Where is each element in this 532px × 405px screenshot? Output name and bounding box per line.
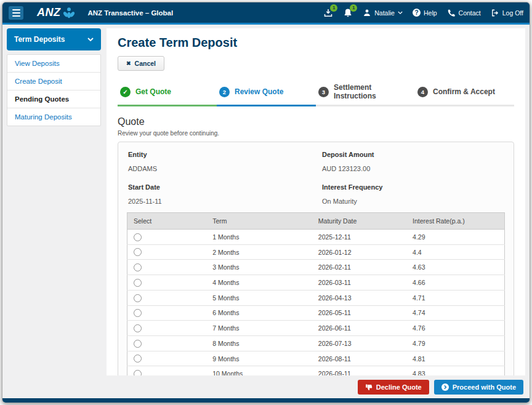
term-radio[interactable] <box>134 248 142 256</box>
term-cell: 1 Months <box>206 230 312 245</box>
help-icon: ? <box>413 9 421 17</box>
maturity-date-cell: 2026-06-11 <box>312 321 406 336</box>
sidebar-header-term-deposits[interactable]: Term Deposits <box>7 28 101 50</box>
term-radio[interactable] <box>134 370 142 375</box>
term-radio[interactable] <box>134 355 142 363</box>
term-radio[interactable] <box>134 340 142 348</box>
detail-interest-frequency: Interest FrequencyOn Maturity <box>322 183 504 205</box>
term-cell: 6 Months <box>206 305 312 321</box>
table-row: 9 Months2026-08-114.81 <box>127 351 505 366</box>
step-confirm-accept: 4Confirm & Accept <box>415 83 514 106</box>
select-cell <box>127 290 207 305</box>
main-column: Create Term Deposit ✖ Cancel ✓Get Quote2… <box>107 28 525 398</box>
chevron-down-icon <box>398 11 403 15</box>
step-get-quote[interactable]: ✓Get Quote <box>118 83 217 106</box>
contact-label: Contact <box>459 9 481 17</box>
maturity-date-cell: 2026-04-13 <box>312 290 406 305</box>
table-row: 2 Months2026-01-124.4 <box>127 244 505 260</box>
sidebar-item-create-deposit[interactable]: Create Deposit <box>7 73 100 90</box>
select-cell <box>127 230 207 245</box>
sidebar-item-maturing-deposits[interactable]: Maturing Deposits <box>7 108 100 126</box>
table-row: 3 Months2026-02-114.63 <box>127 260 505 275</box>
user-icon <box>363 9 371 17</box>
term-radio[interactable] <box>134 279 142 287</box>
table-row: 4 Months2026-03-114.66 <box>127 275 505 291</box>
user-name: Natalie <box>374 9 395 17</box>
detail-label: Interest Frequency <box>322 183 504 191</box>
detail-start-date: Start Date2025-11-11 <box>128 183 310 205</box>
quote-table: SelectTermMaturity DateInterest Rate(p.a… <box>127 212 505 375</box>
cancel-button[interactable]: ✖ Cancel <box>118 56 164 71</box>
step-label: Confirm & Accept <box>433 87 495 96</box>
arrow-circle-icon <box>441 383 449 391</box>
quote-heading: Quote <box>118 116 514 127</box>
maturity-date-cell: 2026-07-13 <box>312 336 406 351</box>
screenshot-stage: ANZ ANZ Transactive – Global 1 <box>0 0 532 405</box>
footer-actions: Decline Quote Proceed with Quote <box>107 378 525 396</box>
term-cell: 7 Months <box>206 321 312 336</box>
term-radio[interactable] <box>134 263 142 271</box>
maturity-date-cell: 2026-01-12 <box>312 244 406 260</box>
anz-logo-text: ANZ <box>37 6 61 19</box>
step-label: Review Quote <box>235 87 283 96</box>
term-radio[interactable] <box>134 309 142 317</box>
notifications-button[interactable]: 1 <box>343 8 353 18</box>
column-header-select: Select <box>127 213 207 230</box>
table-row: 8 Months2026-07-134.79 <box>127 336 505 351</box>
table-row: 6 Months2026-05-114.74 <box>127 305 505 321</box>
sidebar: Term Deposits View DepositsCreate Deposi… <box>7 28 101 398</box>
page-title: Create Term Deposit <box>118 36 514 50</box>
detail-deposit-amount: Deposit AmountAUD 123123.00 <box>322 151 504 172</box>
help-button[interactable]: ? Help <box>413 9 437 17</box>
column-header-interest-rate-p-a: Interest Rate(p.a.) <box>406 213 504 230</box>
column-header-maturity-date: Maturity Date <box>312 213 406 230</box>
table-row: 7 Months2026-06-114.76 <box>127 321 505 336</box>
user-menu[interactable]: Natalie <box>363 9 403 17</box>
menu-toggle-button[interactable] <box>9 6 23 20</box>
select-cell <box>127 336 207 351</box>
interest-rate-cell: 4.79 <box>406 336 504 351</box>
sidebar-menu: View DepositsCreate DepositPending Quote… <box>7 54 101 126</box>
quote-subheading: Review your quote before continuing. <box>118 130 514 137</box>
term-cell: 2 Months <box>206 244 312 260</box>
column-header-term: Term <box>206 213 312 230</box>
select-cell <box>127 275 207 291</box>
hamburger-icon <box>12 9 20 10</box>
decline-quote-button[interactable]: Decline Quote <box>358 380 429 395</box>
proceed-quote-button[interactable]: Proceed with Quote <box>434 380 523 395</box>
quote-details: EntityADDAMSDeposit AmountAUD 123123.00S… <box>128 151 504 205</box>
quote-panel: EntityADDAMSDeposit AmountAUD 123123.00S… <box>118 142 514 375</box>
table-row: 5 Months2026-04-134.71 <box>127 290 505 305</box>
step-review-quote[interactable]: 2Review Quote <box>217 83 316 106</box>
maturity-date-cell: 2025-12-11 <box>312 230 406 245</box>
step-number: 4 <box>417 87 428 97</box>
sidebar-item-pending-quotes[interactable]: Pending Quotes <box>7 90 100 108</box>
downloads-badge: 1 <box>330 4 337 12</box>
detail-value: 2025-11-11 <box>128 198 310 205</box>
logoff-icon <box>491 9 499 17</box>
interest-rate-cell: 4.63 <box>406 260 504 275</box>
phone-icon <box>447 9 456 17</box>
sidebar-item-view-deposits[interactable]: View Deposits <box>7 55 100 73</box>
select-cell <box>127 260 207 275</box>
term-radio[interactable] <box>134 233 142 241</box>
interest-rate-cell: 4.76 <box>406 321 504 336</box>
detail-label: Entity <box>128 151 310 158</box>
step-check-icon: ✓ <box>120 87 131 97</box>
footer-bar <box>2 398 530 403</box>
maturity-date-cell: 2026-08-11 <box>312 351 406 366</box>
interest-rate-cell: 4.74 <box>406 305 504 321</box>
maturity-date-cell: 2026-05-11 <box>312 305 406 321</box>
header-actions: 1 1 Natalie ? Help <box>323 8 523 18</box>
term-cell: 3 Months <box>206 260 312 275</box>
term-radio[interactable] <box>134 324 142 332</box>
term-radio[interactable] <box>134 294 142 302</box>
maturity-date-cell: 2026-02-11 <box>312 260 406 275</box>
detail-value: On Maturity <box>322 198 504 205</box>
sidebar-title: Term Deposits <box>14 35 65 44</box>
logoff-button[interactable]: Log Off <box>491 9 523 17</box>
interest-rate-cell: 4.71 <box>406 290 504 305</box>
proceed-label: Proceed with Quote <box>453 383 516 391</box>
contact-button[interactable]: Contact <box>447 9 481 17</box>
downloads-button[interactable]: 1 <box>323 8 333 18</box>
